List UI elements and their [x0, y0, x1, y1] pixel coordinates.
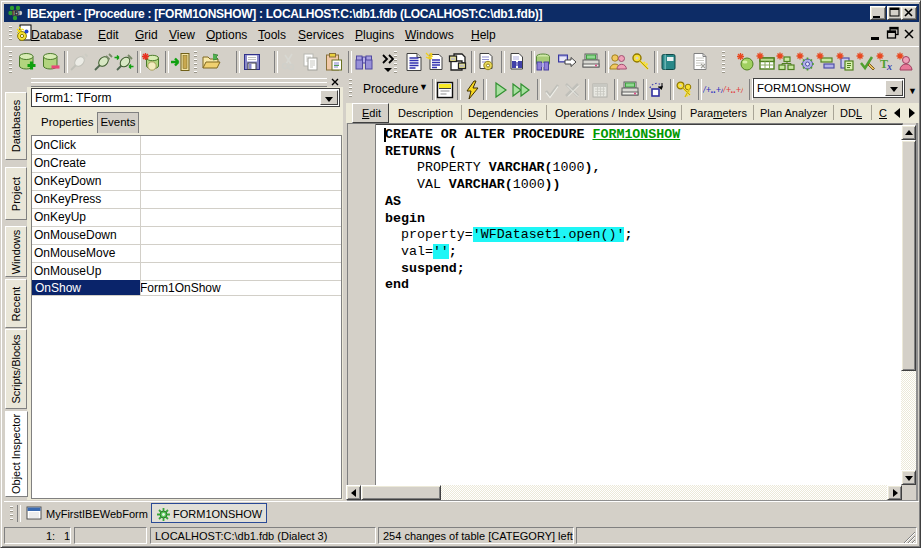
svg-text:/+..+/: /+..+/: [723, 85, 743, 95]
svg-text:/+..+/: /+..+/: [703, 85, 723, 95]
svg-text:IB: IB: [13, 10, 19, 16]
svg-text:x: x: [886, 61, 892, 72]
